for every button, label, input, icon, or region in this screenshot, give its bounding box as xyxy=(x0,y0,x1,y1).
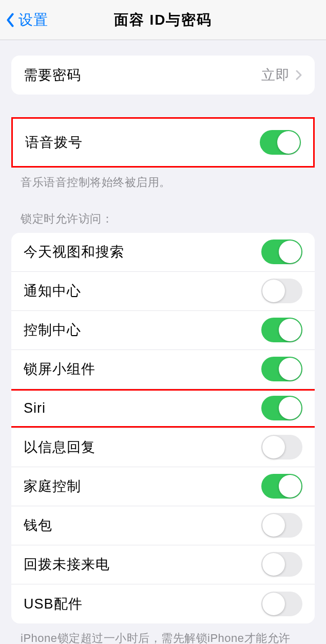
lock-access-row: 通知中心 xyxy=(11,272,315,311)
voice-dial-group: 语音拨号 xyxy=(11,117,315,168)
require-passcode-label: 需要密码 xyxy=(24,66,261,84)
lock-access-toggle[interactable] xyxy=(261,435,302,459)
nav-bar: 设置 面容 ID与密码 xyxy=(0,0,326,40)
lock-access-label: 以信息回复 xyxy=(24,438,261,456)
lock-access-toggle[interactable] xyxy=(261,513,302,538)
passcode-group: 需要密码 立即 xyxy=(11,56,315,95)
lock-access-row: 回拨未接来电 xyxy=(11,545,315,584)
lock-access-toggle[interactable] xyxy=(261,592,302,616)
lock-access-row: 今天视图和搜索 xyxy=(11,233,315,272)
voice-dial-row: 语音拨号 xyxy=(13,119,313,166)
require-passcode-row[interactable]: 需要密码 立即 xyxy=(11,56,315,95)
lock-access-label: 回拨未接来电 xyxy=(24,555,261,574)
lock-access-row: 控制中心 xyxy=(11,311,315,350)
content: 需要密码 立即 语音拨号 音乐语音控制将始终被启用。 锁定时允许访问： 今天视图… xyxy=(0,56,326,644)
lock-access-toggle[interactable] xyxy=(261,318,302,342)
lock-access-toggle[interactable] xyxy=(261,279,302,303)
back-label: 设置 xyxy=(18,10,48,30)
lock-access-label: Siri xyxy=(24,400,261,416)
lock-access-toggle[interactable] xyxy=(261,240,302,264)
voice-dial-toggle[interactable] xyxy=(260,130,301,155)
lock-access-label: 通知中心 xyxy=(24,282,261,300)
lock-access-toggle[interactable] xyxy=(261,552,302,577)
page-title: 面容 ID与密码 xyxy=(0,10,326,30)
lock-access-row: 钱包 xyxy=(11,506,315,545)
lock-access-footer: iPhone锁定超过一小时后，需先解锁iPhone才能允许USB 配件连接。 xyxy=(21,631,305,644)
lock-access-label: 家庭控制 xyxy=(24,477,261,495)
chevron-left-icon xyxy=(5,11,15,29)
lock-access-label: USB配件 xyxy=(24,595,261,613)
lock-access-toggle[interactable] xyxy=(261,357,302,381)
lock-access-toggle[interactable] xyxy=(261,474,302,499)
lock-access-row: 以信息回复 xyxy=(11,428,315,467)
lock-access-label: 今天视图和搜索 xyxy=(24,243,261,261)
lock-access-label: 控制中心 xyxy=(24,321,261,339)
lock-access-row: Siri xyxy=(11,389,315,428)
lock-access-toggle[interactable] xyxy=(261,396,302,420)
require-passcode-value: 立即 xyxy=(261,66,290,84)
lock-access-header: 锁定时允许访问： xyxy=(21,211,305,227)
lock-access-label: 锁屏小组件 xyxy=(24,360,261,378)
lock-access-row: 家庭控制 xyxy=(11,467,315,506)
voice-dial-footer: 音乐语音控制将始终被启用。 xyxy=(21,175,305,191)
lock-access-row: 锁屏小组件 xyxy=(11,350,315,389)
lock-access-row: USB配件 xyxy=(11,584,315,623)
lock-access-label: 钱包 xyxy=(24,516,261,535)
chevron-right-icon xyxy=(295,69,302,81)
lock-access-group: 今天视图和搜索通知中心控制中心锁屏小组件Siri以信息回复家庭控制钱包回拨未接来… xyxy=(11,233,315,623)
back-button[interactable]: 设置 xyxy=(0,10,48,30)
voice-dial-label: 语音拨号 xyxy=(25,133,260,152)
